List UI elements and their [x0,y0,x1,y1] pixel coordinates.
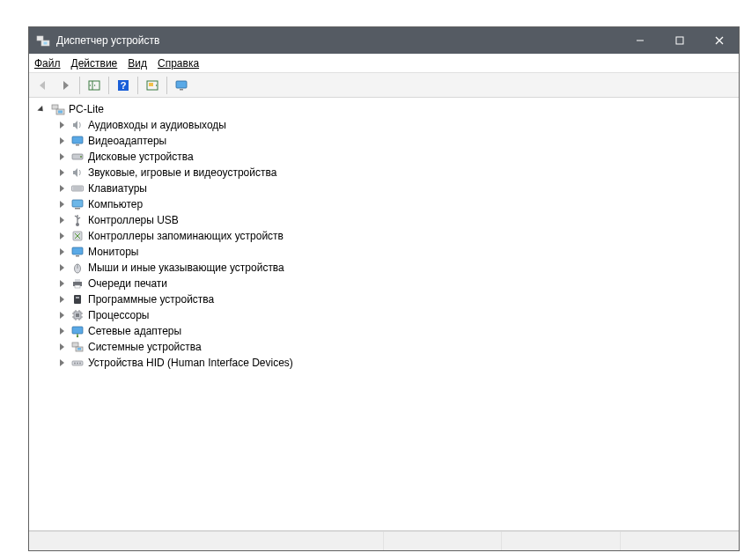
chevron-right-icon[interactable] [55,119,68,131]
tree-item-label: Сетевые адаптеры [88,323,181,339]
chevron-right-icon[interactable] [55,214,68,226]
tree-content[interactable]: PC-Lite Аудиовходы и аудиовыходыВидеоада… [29,98,739,531]
chevron-right-icon[interactable] [55,277,68,290]
printer-icon [70,276,85,291]
tree-item[interactable]: Аудиовходы и аудиовыходы [31,117,737,133]
svg-rect-4 [676,37,683,44]
chevron-right-icon[interactable] [55,325,68,337]
disk-icon [70,150,85,164]
svg-rect-29 [75,208,80,210]
device-tree: PC-Lite Аудиовходы и аудиовыходыВидеоада… [31,101,737,371]
display-icon [70,134,85,148]
toolbar-separator [166,77,167,94]
tree-item[interactable]: Видеоадаптеры [31,133,737,149]
computer-icon [70,197,85,211]
svg-rect-34 [76,255,79,257]
chevron-right-icon[interactable] [55,230,68,242]
help-button[interactable]: ? [113,75,134,96]
tree-item[interactable]: Очереди печати [31,276,737,291]
tree-item-label: Устройства HID (Human Interface Devices) [88,355,293,371]
tree-item-label: Звуковые, игровые и видеоустройства [88,165,276,181]
tree-item[interactable]: Дисковые устройства [31,149,737,165]
titlebar: Диспетчер устройств [29,27,739,54]
svg-rect-57 [77,348,81,350]
device-manager-window: Диспетчер устройств Файл Действие Вид Сп… [28,26,740,551]
menu-help[interactable]: Справка [158,57,199,70]
tree-item-label: Контроллеры USB [88,212,179,228]
tree-item[interactable]: Контроллеры USB [31,212,737,228]
tree-item[interactable]: Звуковые, игровые и видеоустройства [31,165,737,181]
menu-file[interactable]: Файл [34,57,61,70]
chevron-right-icon[interactable] [55,182,68,195]
mouse-icon [70,261,85,275]
chevron-down-icon[interactable] [36,103,48,115]
svg-rect-39 [75,285,80,288]
svg-rect-43 [76,313,79,317]
window-controls [620,27,739,54]
chevron-right-icon[interactable] [55,135,68,147]
chevron-right-icon[interactable] [55,262,68,274]
cpu-icon [70,308,85,322]
software-icon [70,292,85,306]
tree-item[interactable]: Мониторы [31,244,737,260]
tree-root[interactable]: PC-Lite [31,101,737,117]
menu-view[interactable]: Вид [128,57,147,70]
tree-item-label: Мониторы [88,244,138,260]
svg-rect-52 [72,327,83,334]
svg-marker-15 [156,85,158,86]
chevron-right-icon[interactable] [55,357,68,369]
statusbar [29,531,739,550]
toolbar: ? [29,73,739,98]
computer-icon [51,102,65,116]
sound-icon [70,166,85,180]
chevron-right-icon[interactable] [55,293,68,306]
close-button[interactable] [699,27,739,54]
chevron-right-icon[interactable] [55,198,68,210]
tree-item-label: Очереди печати [88,276,167,291]
toolbar-separator [79,77,80,94]
svg-text:?: ? [121,80,127,91]
tree-item[interactable]: Процессоры [31,307,737,323]
monitor-icon [70,245,85,259]
tree-item[interactable]: Компьютер [31,196,737,212]
tree-item-label: Компьютер [88,196,143,212]
svg-rect-33 [72,247,83,254]
maximize-button[interactable] [659,27,699,54]
chevron-right-icon[interactable] [55,151,68,163]
chevron-right-icon[interactable] [55,246,68,258]
monitor-button[interactable] [171,75,192,96]
chevron-right-icon[interactable] [55,341,68,353]
app-icon [36,33,50,48]
usb-icon [70,213,85,227]
menu-action[interactable]: Действие [71,57,118,70]
chevron-right-icon[interactable] [55,309,68,321]
tree-item[interactable]: Клавиатуры [31,181,737,196]
tree-item[interactable]: Устройства HID (Human Interface Devices) [31,355,737,371]
tree-item-label: Клавиатуры [88,181,147,196]
tree-item[interactable]: Системные устройства [31,339,737,355]
tree-root-label: PC-Lite [69,101,104,117]
storage-icon [70,229,85,243]
svg-rect-20 [58,111,63,114]
minimize-button[interactable] [620,27,659,54]
tree-item-label: Дисковые устройства [88,149,194,165]
forward-button[interactable] [55,75,76,96]
scan-hardware-button[interactable] [142,75,163,96]
svg-point-61 [79,363,81,365]
toolbar-separator [108,77,109,94]
show-hide-tree-button[interactable] [84,75,105,96]
svg-rect-14 [149,83,153,86]
tree-item[interactable]: Мыши и иные указывающие устройства [31,260,737,276]
system-icon [70,340,85,354]
tree-item-label: Процессоры [88,307,150,323]
svg-rect-2 [44,42,48,45]
svg-rect-40 [74,295,81,304]
tree-item[interactable]: Сетевые адаптеры [31,323,737,339]
tree-item[interactable]: Контроллеры запоминающих устройств [31,228,737,244]
svg-rect-21 [72,136,83,144]
back-button[interactable] [33,75,54,96]
menubar: Файл Действие Вид Справка [29,54,739,73]
svg-rect-38 [75,279,80,282]
chevron-right-icon[interactable] [55,166,68,179]
tree-item[interactable]: Программные устройства [31,291,737,307]
